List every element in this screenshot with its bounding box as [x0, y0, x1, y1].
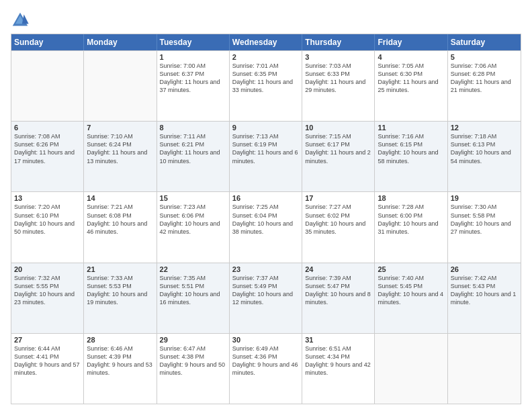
day-number: 18	[378, 194, 444, 202]
svg-marker-2	[22, 15, 29, 24]
day-number: 14	[87, 194, 153, 202]
cal-cell: 31Sunrise: 6:51 AM Sunset: 4:34 PM Dayli…	[302, 334, 375, 404]
day-info: Sunrise: 7:32 AM Sunset: 5:55 PM Dayligh…	[14, 274, 81, 307]
cal-cell: 23Sunrise: 7:37 AM Sunset: 5:49 PM Dayli…	[230, 263, 302, 333]
cal-cell: 6Sunrise: 7:08 AM Sunset: 6:26 PM Daylig…	[11, 122, 84, 191]
cal-cell: 8Sunrise: 7:11 AM Sunset: 6:21 PM Daylig…	[157, 122, 230, 191]
cal-cell	[11, 51, 84, 121]
cal-cell: 2Sunrise: 7:01 AM Sunset: 6:35 PM Daylig…	[230, 51, 302, 121]
day-info: Sunrise: 7:42 AM Sunset: 5:43 PM Dayligh…	[451, 274, 518, 307]
day-number: 1	[160, 53, 226, 61]
day-number: 23	[232, 265, 299, 273]
day-info: Sunrise: 6:44 AM Sunset: 4:41 PM Dayligh…	[14, 345, 81, 377]
cal-cell: 13Sunrise: 7:20 AM Sunset: 6:10 PM Dayli…	[11, 192, 84, 262]
cal-cell: 18Sunrise: 7:28 AM Sunset: 6:00 PM Dayli…	[375, 192, 447, 262]
cal-row-2: 13Sunrise: 7:20 AM Sunset: 6:10 PM Dayli…	[11, 191, 521, 262]
day-info: Sunrise: 7:33 AM Sunset: 5:53 PM Dayligh…	[87, 274, 153, 307]
cal-cell: 11Sunrise: 7:16 AM Sunset: 6:15 PM Dayli…	[375, 122, 447, 191]
header-wednesday: Wednesday	[230, 34, 302, 50]
day-info: Sunrise: 7:35 AM Sunset: 5:51 PM Dayligh…	[160, 274, 226, 307]
day-number: 12	[451, 124, 518, 132]
day-info: Sunrise: 7:30 AM Sunset: 5:58 PM Dayligh…	[451, 203, 518, 236]
day-info: Sunrise: 7:01 AM Sunset: 6:35 PM Dayligh…	[232, 62, 299, 95]
day-info: Sunrise: 7:03 AM Sunset: 6:33 PM Dayligh…	[305, 62, 371, 95]
logo-icon	[11, 11, 30, 30]
day-info: Sunrise: 7:06 AM Sunset: 6:28 PM Dayligh…	[451, 62, 518, 95]
day-info: Sunrise: 7:16 AM Sunset: 6:15 PM Dayligh…	[378, 132, 444, 165]
cal-cell: 26Sunrise: 7:42 AM Sunset: 5:43 PM Dayli…	[448, 263, 521, 333]
cal-row-0: 1Sunrise: 7:00 AM Sunset: 6:37 PM Daylig…	[11, 50, 521, 121]
cal-cell: 7Sunrise: 7:10 AM Sunset: 6:24 PM Daylig…	[84, 122, 157, 191]
day-info: Sunrise: 6:49 AM Sunset: 4:36 PM Dayligh…	[232, 345, 299, 377]
day-number: 15	[160, 194, 226, 202]
day-info: Sunrise: 7:10 AM Sunset: 6:24 PM Dayligh…	[87, 132, 153, 165]
day-number: 17	[305, 194, 371, 202]
day-info: Sunrise: 7:27 AM Sunset: 6:02 PM Dayligh…	[305, 203, 371, 236]
day-number: 30	[232, 336, 299, 344]
page: SundayMondayTuesdayWednesdayThursdayFrid…	[0, 0, 532, 411]
day-info: Sunrise: 7:28 AM Sunset: 6:00 PM Dayligh…	[378, 203, 444, 236]
cal-cell: 21Sunrise: 7:33 AM Sunset: 5:53 PM Dayli…	[84, 263, 157, 333]
header-monday: Monday	[84, 34, 157, 50]
day-number: 8	[160, 124, 226, 132]
day-info: Sunrise: 7:11 AM Sunset: 6:21 PM Dayligh…	[160, 132, 226, 165]
day-info: Sunrise: 7:18 AM Sunset: 6:13 PM Dayligh…	[451, 132, 518, 165]
day-number: 25	[378, 265, 444, 273]
day-number: 7	[87, 124, 153, 132]
day-info: Sunrise: 6:51 AM Sunset: 4:34 PM Dayligh…	[305, 345, 371, 377]
day-number: 31	[305, 336, 371, 344]
cal-row-4: 27Sunrise: 6:44 AM Sunset: 4:41 PM Dayli…	[11, 333, 521, 404]
header-tuesday: Tuesday	[157, 34, 230, 50]
day-info: Sunrise: 7:00 AM Sunset: 6:37 PM Dayligh…	[160, 62, 226, 95]
cal-cell: 10Sunrise: 7:15 AM Sunset: 6:17 PM Dayli…	[302, 122, 375, 191]
cal-cell: 16Sunrise: 7:25 AM Sunset: 6:04 PM Dayli…	[230, 192, 302, 262]
day-number: 6	[14, 124, 81, 132]
cal-cell: 19Sunrise: 7:30 AM Sunset: 5:58 PM Dayli…	[448, 192, 521, 262]
day-info: Sunrise: 7:08 AM Sunset: 6:26 PM Dayligh…	[14, 132, 81, 165]
day-number: 5	[451, 53, 518, 61]
cal-cell: 24Sunrise: 7:39 AM Sunset: 5:47 PM Dayli…	[302, 263, 375, 333]
header-saturday: Saturday	[448, 34, 521, 50]
day-info: Sunrise: 7:15 AM Sunset: 6:17 PM Dayligh…	[305, 132, 371, 165]
calendar-header: SundayMondayTuesdayWednesdayThursdayFrid…	[11, 34, 521, 50]
cal-cell: 29Sunrise: 6:47 AM Sunset: 4:38 PM Dayli…	[157, 334, 230, 404]
cal-cell	[84, 51, 157, 121]
cal-row-3: 20Sunrise: 7:32 AM Sunset: 5:55 PM Dayli…	[11, 263, 521, 333]
day-number: 28	[87, 336, 153, 344]
cal-cell	[375, 334, 447, 404]
day-info: Sunrise: 7:20 AM Sunset: 6:10 PM Dayligh…	[14, 203, 81, 236]
day-number: 26	[451, 265, 518, 273]
cal-cell: 9Sunrise: 7:13 AM Sunset: 6:19 PM Daylig…	[230, 122, 302, 191]
cal-row-1: 6Sunrise: 7:08 AM Sunset: 6:26 PM Daylig…	[11, 121, 521, 191]
day-info: Sunrise: 7:13 AM Sunset: 6:19 PM Dayligh…	[232, 132, 299, 165]
day-number: 10	[305, 124, 371, 132]
day-info: Sunrise: 7:21 AM Sunset: 6:08 PM Dayligh…	[87, 203, 153, 236]
day-info: Sunrise: 6:47 AM Sunset: 4:38 PM Dayligh…	[160, 345, 226, 377]
header-friday: Friday	[375, 34, 447, 50]
cal-cell: 28Sunrise: 6:46 AM Sunset: 4:39 PM Dayli…	[84, 334, 157, 404]
calendar-body: 1Sunrise: 7:00 AM Sunset: 6:37 PM Daylig…	[11, 50, 521, 404]
cal-cell: 17Sunrise: 7:27 AM Sunset: 6:02 PM Dayli…	[302, 192, 375, 262]
day-info: Sunrise: 6:46 AM Sunset: 4:39 PM Dayligh…	[87, 345, 153, 377]
day-number: 13	[14, 194, 81, 202]
cal-cell: 30Sunrise: 6:49 AM Sunset: 4:36 PM Dayli…	[230, 334, 302, 404]
day-number: 2	[232, 53, 299, 61]
day-info: Sunrise: 7:25 AM Sunset: 6:04 PM Dayligh…	[232, 203, 299, 236]
cal-cell: 15Sunrise: 7:23 AM Sunset: 6:06 PM Dayli…	[157, 192, 230, 262]
day-number: 29	[160, 336, 226, 344]
cal-cell: 5Sunrise: 7:06 AM Sunset: 6:28 PM Daylig…	[448, 51, 521, 121]
cal-cell: 12Sunrise: 7:18 AM Sunset: 6:13 PM Dayli…	[448, 122, 521, 191]
logo	[11, 11, 32, 30]
day-number: 19	[451, 194, 518, 202]
day-number: 20	[14, 265, 81, 273]
day-number: 24	[305, 265, 371, 273]
header-sunday: Sunday	[11, 34, 84, 50]
cal-cell: 4Sunrise: 7:05 AM Sunset: 6:30 PM Daylig…	[375, 51, 447, 121]
cal-cell: 27Sunrise: 6:44 AM Sunset: 4:41 PM Dayli…	[11, 334, 84, 404]
cal-cell: 3Sunrise: 7:03 AM Sunset: 6:33 PM Daylig…	[302, 51, 375, 121]
day-number: 27	[14, 336, 81, 344]
cal-cell: 22Sunrise: 7:35 AM Sunset: 5:51 PM Dayli…	[157, 263, 230, 333]
day-info: Sunrise: 7:05 AM Sunset: 6:30 PM Dayligh…	[378, 62, 444, 95]
day-number: 11	[378, 124, 444, 132]
header-thursday: Thursday	[302, 34, 375, 50]
